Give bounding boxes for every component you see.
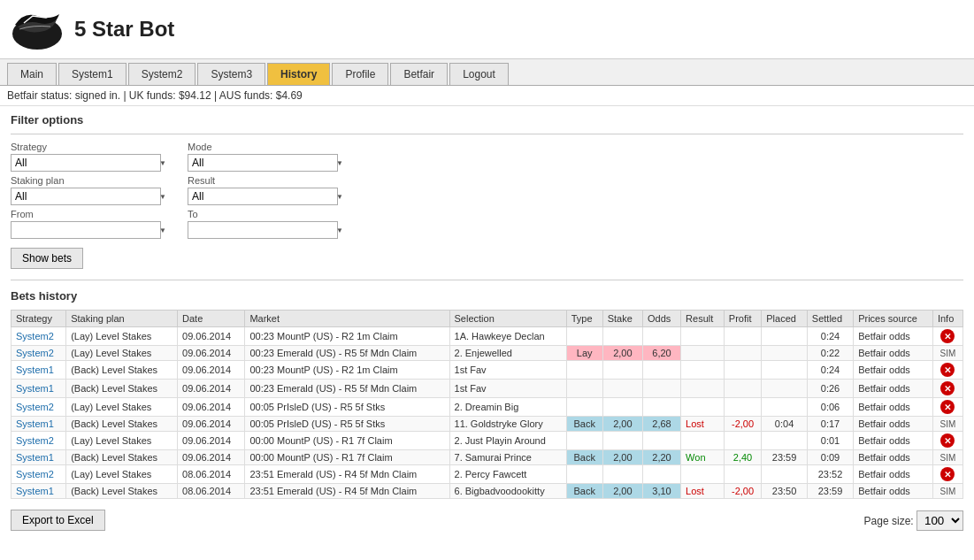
cell-date: 09.06.2014 [178, 417, 245, 432]
cell-selection: 2. Just Playin Around [449, 432, 566, 450]
to-select-wrapper[interactable] [188, 221, 347, 239]
info-x-icon[interactable]: ✕ [940, 467, 955, 481]
info-x-icon[interactable]: ✕ [940, 433, 955, 448]
col-profit: Profit [724, 311, 761, 327]
cell-result [681, 361, 725, 380]
result-select[interactable]: All Won Lost [188, 188, 338, 205]
tab-system3[interactable]: System3 [197, 63, 265, 85]
cell-date: 09.06.2014 [178, 398, 245, 417]
cell-info: SIM [932, 484, 962, 499]
info-x-icon[interactable]: ✕ [940, 363, 955, 377]
cell-date: 08.06.2014 [178, 465, 245, 484]
cell-info: SIM [932, 346, 962, 361]
cell-strategy: System1 [12, 380, 66, 398]
cell-placed: 0:04 [762, 417, 808, 432]
col-type: Type [566, 311, 602, 327]
col-odds: Odds [642, 311, 680, 327]
cell-placed [762, 346, 808, 361]
mode-select-wrapper[interactable]: All [188, 154, 347, 172]
section-divider [11, 280, 963, 280]
cell-stake [602, 361, 642, 380]
cell-info: ✕ [932, 327, 962, 346]
cell-prices: Betfair odds [854, 361, 933, 380]
cell-date: 09.06.2014 [178, 432, 245, 450]
table-row: System2 (Lay) Level Stakes 09.06.2014 00… [12, 346, 963, 361]
col-strategy: Strategy [12, 311, 66, 327]
staking-select-wrapper[interactable]: All [11, 188, 170, 205]
info-x-icon[interactable]: ✕ [940, 400, 955, 414]
cell-profit [724, 346, 761, 361]
cell-type [566, 327, 602, 346]
cell-date: 08.06.2014 [178, 484, 245, 499]
cell-profit [724, 380, 761, 398]
cell-type: Back [566, 450, 602, 465]
cell-market: 23:51 Emerald (US) - R4 5f Mdn Claim [245, 484, 449, 499]
col-selection: Selection [449, 311, 566, 327]
tab-history[interactable]: History [267, 63, 330, 85]
from-filter: From [11, 209, 170, 239]
cell-odds: 2,20 [642, 450, 680, 465]
info-sim-label: SIM [940, 349, 956, 358]
export-button[interactable]: Export to Excel [11, 510, 105, 531]
staking-select[interactable]: All [11, 188, 161, 205]
cell-prices: Betfair odds [854, 484, 933, 499]
tab-main[interactable]: Main [7, 63, 57, 85]
cell-strategy: System1 [12, 361, 66, 380]
cell-staking: (Lay) Level Stakes [66, 398, 178, 417]
cell-market: 23:51 Emerald (US) - R4 5f Mdn Claim [245, 465, 449, 484]
cell-odds: 2,68 [642, 417, 680, 432]
show-bets-button[interactable]: Show bets [11, 248, 83, 269]
cell-date: 09.06.2014 [178, 327, 245, 346]
cell-strategy: System2 [12, 398, 66, 417]
info-x-icon[interactable]: ✕ [940, 329, 955, 343]
result-select-wrapper[interactable]: All Won Lost [188, 188, 347, 205]
info-x-icon[interactable]: ✕ [940, 381, 955, 395]
strategy-select[interactable]: All System1 System2 [11, 154, 161, 172]
cell-staking: (Lay) Level Stakes [66, 346, 178, 361]
cell-result: Lost [681, 484, 725, 499]
tab-betfair[interactable]: Betfair [390, 63, 448, 85]
from-select[interactable] [11, 221, 161, 239]
cell-result [681, 346, 725, 361]
table-row: System2 (Lay) Level Stakes 09.06.2014 00… [12, 327, 963, 346]
from-select-wrapper[interactable] [11, 221, 170, 239]
cell-profit [724, 432, 761, 450]
filter-section: Filter options Strategy All System1 Syst… [0, 106, 974, 276]
tab-system1[interactable]: System1 [58, 63, 127, 85]
cell-type [566, 398, 602, 417]
page-size-select[interactable]: 100 50 25 [916, 510, 963, 531]
cell-market: 00:05 PrIsleD (US) - R5 5f Stks [245, 417, 449, 432]
strategy-select-wrapper[interactable]: All System1 System2 [11, 154, 170, 172]
cell-placed [762, 361, 808, 380]
cell-type [566, 380, 602, 398]
cell-result [681, 380, 725, 398]
cell-info: ✕ [932, 380, 962, 398]
tab-system2[interactable]: System2 [128, 63, 196, 85]
cell-info: ✕ [932, 361, 962, 380]
app-title: 5 Star Bot [74, 17, 174, 42]
col-placed: Placed [762, 311, 808, 327]
cell-stake: 2,00 [602, 346, 642, 361]
cell-info: ✕ [932, 398, 962, 417]
cell-prices: Betfair odds [854, 450, 933, 465]
tab-profile[interactable]: Profile [332, 63, 388, 85]
cell-odds [642, 465, 680, 484]
mode-select[interactable]: All [188, 154, 338, 172]
cell-settled: 0:24 [807, 327, 853, 346]
staking-label: Staking plan [11, 175, 170, 186]
logo-icon [11, 7, 64, 51]
cell-staking: (Lay) Level Stakes [66, 327, 178, 346]
table-header-row: Strategy Staking plan Date Market Select… [12, 311, 963, 327]
cell-settled: 0:24 [807, 361, 853, 380]
from-label: From [11, 209, 170, 219]
tab-logout[interactable]: Logout [449, 63, 509, 85]
cell-staking: (Back) Level Stakes [66, 417, 178, 432]
footer-row: Export to Excel Page size: 100 50 25 [0, 504, 974, 536]
cell-placed: 23:50 [762, 484, 808, 499]
col-date: Date [178, 311, 245, 327]
cell-result [681, 327, 725, 346]
cell-info: ✕ [932, 432, 962, 450]
cell-prices: Betfair odds [854, 346, 933, 361]
to-select[interactable] [188, 221, 338, 239]
cell-placed [762, 327, 808, 346]
